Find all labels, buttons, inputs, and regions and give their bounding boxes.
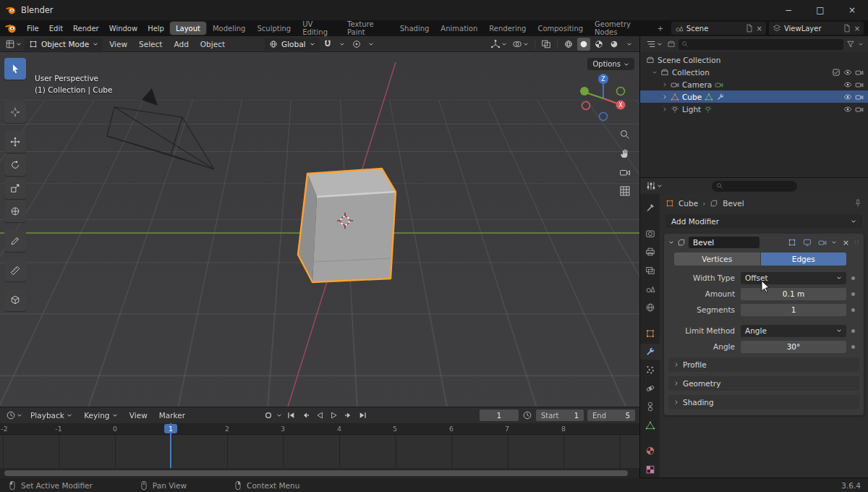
display-realtime-toggle[interactable] — [801, 237, 813, 248]
timeline-ruler[interactable]: -2 -1 0 1 2 3 4 5 6 7 8 — [0, 423, 639, 435]
gizmo-neg-x-axis[interactable] — [582, 102, 590, 110]
width-type-dropdown[interactable]: Offset — [741, 272, 846, 284]
workspace-tab-geometry-nodes[interactable]: Geometry Nodes — [589, 20, 654, 36]
new-scene-icon[interactable] — [745, 24, 754, 33]
workspace-tab-rendering[interactable]: Rendering — [483, 20, 532, 36]
close-button[interactable]: × — [836, 0, 868, 20]
timeline-track-area[interactable] — [0, 435, 639, 468]
filter-icon[interactable] — [846, 40, 855, 48]
show-gizmos-toggle[interactable] — [489, 38, 509, 51]
outliner-row-light[interactable]: Light — [640, 103, 868, 115]
tab-object-data[interactable] — [640, 417, 660, 433]
unlink-scene-icon[interactable]: × — [757, 25, 762, 33]
disclosure-expanded-icon[interactable] — [652, 69, 658, 75]
display-mode-icon[interactable] — [667, 40, 676, 48]
outliner-row-scene-collection[interactable]: Scene Collection — [640, 54, 868, 66]
animate-dot[interactable] — [846, 292, 859, 296]
tab-tool[interactable] — [640, 200, 660, 216]
tool-cursor[interactable] — [4, 101, 26, 123]
tab-texture[interactable] — [640, 462, 660, 478]
animate-dot[interactable] — [846, 276, 859, 280]
eye-icon[interactable] — [843, 105, 852, 114]
options-dropdown[interactable]: Options — [587, 58, 634, 70]
display-editmode-toggle[interactable] — [786, 237, 798, 248]
menu-marker[interactable]: Marker — [154, 407, 190, 423]
current-frame-field[interactable]: 1 — [480, 410, 519, 421]
menu-add[interactable]: Add — [169, 36, 193, 52]
subpanel-geometry[interactable]: Geometry — [668, 376, 859, 391]
blender-menu-button[interactable] — [0, 22, 22, 34]
affect-edges-button[interactable]: Edges — [761, 253, 847, 266]
menu-window[interactable]: Window — [104, 20, 142, 36]
workspace-tab-uv-editing[interactable]: UV Editing — [297, 20, 341, 36]
workspace-tab-animation[interactable]: Animation — [435, 20, 483, 36]
tool-scale[interactable] — [4, 177, 26, 199]
tool-rotate[interactable] — [4, 154, 26, 176]
outliner-row-cube[interactable]: Cube — [640, 90, 868, 103]
minimize-button[interactable]: − — [773, 0, 804, 20]
tool-measure[interactable] — [4, 260, 26, 281]
cube-object[interactable] — [298, 169, 396, 282]
tab-output[interactable] — [640, 244, 660, 260]
disclosure-collapsed-icon[interactable] — [662, 82, 668, 88]
breadcrumb-object[interactable]: Cube — [678, 199, 698, 208]
delete-modifier-icon[interactable]: × — [840, 238, 851, 247]
eye-icon[interactable] — [843, 68, 852, 77]
tab-physics[interactable] — [640, 381, 660, 396]
menu-playback[interactable]: Playback — [25, 407, 77, 423]
menu-keying[interactable]: Keying — [79, 407, 123, 423]
scene-selector[interactable]: Scene × — [671, 22, 766, 35]
shading-dropdown[interactable] — [623, 38, 636, 51]
outliner-row-collection[interactable]: Collection — [640, 66, 868, 78]
workspace-tab-compositing[interactable]: Compositing — [532, 20, 589, 36]
amount-field[interactable]: 0.1 m — [741, 288, 846, 300]
segments-field[interactable]: 1 — [741, 304, 846, 316]
render-visibility-camera-icon[interactable] — [855, 80, 864, 89]
auto-keying-toggle[interactable] — [262, 409, 274, 422]
tab-render[interactable] — [640, 226, 660, 242]
add-modifier-button[interactable]: Add Modifier — [665, 214, 862, 228]
disclosure-collapsed-icon[interactable] — [662, 106, 668, 112]
zoom-icon[interactable] — [619, 129, 631, 140]
workspace-tab-layout[interactable]: Layout — [170, 22, 206, 35]
scrollbar-handle[interactable] — [4, 470, 628, 476]
xray-toggle[interactable] — [540, 38, 553, 51]
menu-file[interactable]: File — [22, 20, 44, 36]
tab-scene[interactable] — [640, 281, 660, 297]
camera-view-icon[interactable] — [619, 166, 631, 178]
subpanel-profile[interactable]: Profile — [668, 357, 859, 372]
shading-material-button[interactable] — [592, 38, 605, 51]
frame-end-field[interactable]: End 5 — [587, 410, 635, 421]
add-workspace-button[interactable]: + — [654, 20, 667, 36]
properties-search-input[interactable] — [712, 181, 797, 192]
tool-move[interactable] — [4, 131, 26, 153]
menu-object[interactable]: Object — [195, 36, 230, 52]
shading-rendered-button[interactable] — [608, 38, 621, 51]
animate-dot[interactable] — [846, 345, 859, 349]
previous-keyframe-button[interactable] — [299, 409, 311, 422]
tab-world[interactable] — [640, 300, 660, 315]
editor-type-button[interactable] — [4, 38, 23, 51]
timeline-scrollbar[interactable] — [0, 468, 639, 478]
shading-solid-button[interactable] — [577, 38, 590, 51]
transform-orientation-dropdown[interactable]: Global — [265, 38, 320, 51]
perspective-grid-icon[interactable] — [619, 185, 631, 197]
remove-view-layer-icon[interactable]: × — [854, 25, 860, 33]
outliner-search-input[interactable] — [678, 39, 843, 50]
menu-timeline-view[interactable]: View — [124, 407, 153, 423]
jump-to-end-button[interactable] — [357, 409, 369, 422]
tool-select-box[interactable] — [4, 58, 26, 80]
breadcrumb-modifier[interactable]: Bevel — [723, 199, 744, 208]
tool-transform[interactable] — [4, 200, 26, 222]
angle-field[interactable]: 30° — [741, 341, 846, 353]
hand-icon[interactable] — [619, 148, 631, 159]
proportional-editing-dropdown[interactable] — [365, 38, 378, 51]
navigation-gizmo[interactable]: Z X — [576, 69, 631, 124]
subpanel-shading[interactable]: Shading — [668, 395, 859, 410]
tab-view-layer[interactable] — [640, 263, 660, 279]
eye-icon[interactable] — [843, 93, 852, 101]
play-reverse-button[interactable] — [313, 409, 326, 422]
show-overlays-toggle[interactable] — [511, 38, 530, 51]
gizmo-neg-z-axis[interactable] — [600, 113, 608, 121]
drag-handle-icon[interactable]: ∷ — [854, 239, 859, 246]
